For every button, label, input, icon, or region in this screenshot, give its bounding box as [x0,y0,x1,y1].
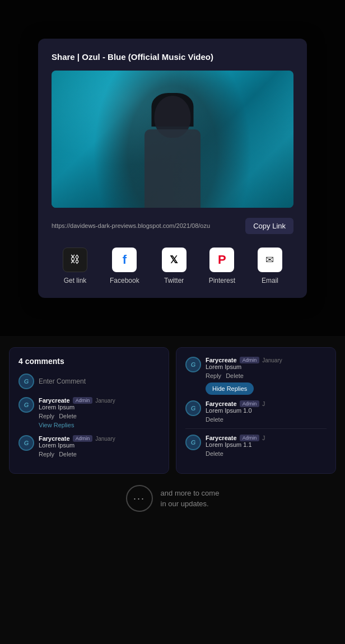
footer-text: and more to come in our updates. [161,488,220,510]
delete-button-1[interactable]: Delete [59,413,77,419]
parent-comment-author: Farycreate [206,357,237,363]
comment-input[interactable]: Enter Comment [39,377,86,385]
parent-comment-actions: Reply Delete [206,372,327,379]
current-user-avatar: G [18,374,34,389]
reply-header-2: Farycreate Admin J [206,435,327,441]
comment-row-2: G Farycreate Admin January Lorem Ipsum R… [18,435,160,458]
comment-text-2: Lorem Ipsum [39,442,160,449]
comment-text-1: Lorem Ipsum [39,404,160,410]
comment-header-2: Farycreate Admin January [39,435,160,442]
avatar-icon-g: G [24,378,29,385]
comment-content-2: Farycreate Admin January Lorem Ipsum Rep… [39,435,160,458]
reply-admin-badge-1: Admin [240,400,260,407]
comment-actions-2: Reply Delete [39,451,160,458]
facebook-icon: f [123,253,127,267]
email-icon-box: ✉ [258,248,282,272]
reply-text-1: Lorem Ipsum 1.0 [206,407,327,414]
pinterest-icon: P [218,253,226,267]
comments-grid: 4 comments G Enter Comment G Farycreate [9,347,336,474]
parent-comment-text: Lorem Ipsum [206,363,327,370]
share-option-email[interactable]: ✉ Email [258,248,282,284]
video-thumbnail [52,71,293,208]
comment-avatar-2: G [18,435,34,451]
copy-link-button[interactable]: Copy Link [245,218,293,234]
comment-row-1: G Farycreate Admin January Lorem Ipsum R… [18,397,160,428]
reply-delete-button-1[interactable]: Delete [206,416,223,423]
facebook-icon-box: f [112,248,137,272]
facebook-label: Facebook [110,277,139,284]
get-link-label: Get link [64,277,87,284]
twitter-label: Twitter [164,277,184,284]
link-icon: ⛓ [70,254,80,265]
replies-panel: G Farycreate Admin January Lorem Ipsum R… [176,347,336,474]
parent-comment-avatar: G [185,357,201,372]
parent-comment-content: Farycreate Admin January Lorem Ipsum Rep… [206,357,327,400]
reply-button-2[interactable]: Reply [39,451,54,458]
footer-line-2: in our updates. [161,500,209,508]
reply-date-1: J [262,401,265,407]
twitter-icon: 𝕏 [170,254,178,266]
reply-content-2: Farycreate Admin J Lorem Ipsum 1.1 Delet… [206,435,327,457]
pinterest-label: Pinterest [209,277,235,284]
get-link-icon-box: ⛓ [63,248,87,272]
view-replies-button-1[interactable]: View Replies [39,422,74,428]
reply-date-2: J [262,435,265,441]
comment-content-1: Farycreate Admin January Lorem Ipsum Rep… [39,397,160,428]
reply-item-2: G Farycreate Admin J Lorem Ipsum 1.1 Del… [185,435,327,457]
parent-comment-row: G Farycreate Admin January Lorem Ipsum R… [185,357,327,400]
reply-author-2: Farycreate [206,435,237,441]
footer-line-1: and more to come [161,489,220,497]
body [144,129,201,208]
reply-divider [185,428,327,429]
comment-actions-1: Reply Delete [39,413,160,419]
bottom-section: 4 comments G Enter Comment G Farycreate [0,336,345,540]
comment-author-2: Farycreate [39,435,70,442]
comment-avatar-1: G [18,397,34,413]
share-option-facebook[interactable]: f Facebook [110,248,139,284]
reply-row-1: G Farycreate Admin J Lorem Ipsum 1.0 Del… [185,400,327,423]
comment-item-1: G Farycreate Admin January Lorem Ipsum R… [18,397,160,428]
reply-actions-1: Delete [206,416,327,423]
email-label: Email [262,277,278,284]
comments-title: 4 comments [18,357,160,366]
delete-button-2[interactable]: Delete [59,451,77,458]
share-option-get-link[interactable]: ⛓ Get link [63,248,87,284]
dots-icon: ··· [133,493,145,505]
share-title: Share | Ozul - Blue (Official Music Vide… [52,52,293,62]
parent-delete-button[interactable]: Delete [226,372,244,379]
reply-text-2: Lorem Ipsum 1.1 [206,441,327,448]
url-row: https://davidews-dark-previews.blogspot.… [52,218,293,234]
reply-avatar-2: G [185,435,201,450]
share-option-twitter[interactable]: 𝕏 Twitter [162,248,187,284]
parent-reply-button[interactable]: Reply [206,372,221,379]
share-card: Share | Ozul - Blue (Official Music Vide… [38,39,307,298]
reply-header-1: Farycreate Admin J [206,400,327,407]
pinterest-icon-box: P [209,248,234,272]
reply-avatar-1: G [185,400,201,416]
admin-badge-1: Admin [73,397,93,404]
comment-item-2: G Farycreate Admin January Lorem Ipsum R… [18,435,160,458]
share-option-pinterest[interactable]: P Pinterest [209,248,235,284]
parent-admin-badge: Admin [240,357,260,363]
url-text: https://davidews-dark-previews.blogspot.… [52,222,240,229]
parent-comment-header: Farycreate Admin January [206,357,327,363]
top-section: Share | Ozul - Blue (Official Music Vide… [0,0,345,336]
comment-date-1: January [95,398,115,404]
footer-section: ··· and more to come in our updates. [9,474,336,517]
comment-header-1: Farycreate Admin January [39,397,160,404]
comment-author-1: Farycreate [39,397,70,404]
comments-panel: 4 comments G Enter Comment G Farycreate [9,347,169,474]
reply-author-1: Farycreate [206,400,237,407]
person-silhouette [128,90,217,208]
parent-comment-date: January [262,357,282,363]
hide-replies-button[interactable]: Hide Replies [206,382,254,395]
reply-row-2: G Farycreate Admin J Lorem Ipsum 1.1 Del… [185,435,327,457]
reply-content-1: Farycreate Admin J Lorem Ipsum 1.0 Delet… [206,400,327,423]
reply-button-1[interactable]: Reply [39,413,54,419]
reply-delete-button-2[interactable]: Delete [206,450,223,457]
reply-item-1: G Farycreate Admin J Lorem Ipsum 1.0 Del… [185,400,327,423]
more-dots-circle[interactable]: ··· [126,485,153,512]
comment-input-row[interactable]: G Enter Comment [18,374,160,389]
reply-actions-2: Delete [206,450,327,457]
twitter-icon-box: 𝕏 [162,248,187,272]
